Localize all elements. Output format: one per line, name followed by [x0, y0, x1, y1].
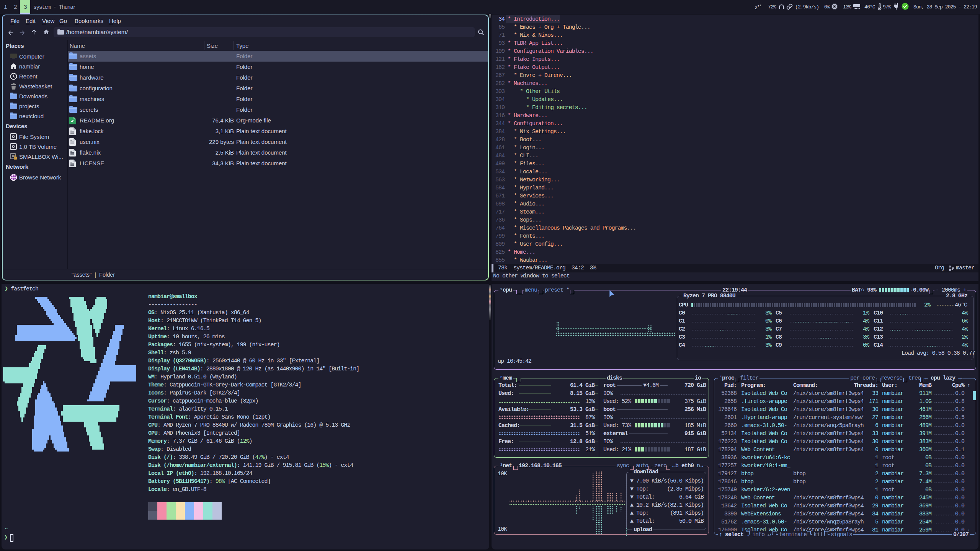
svg-text:z: z: [758, 4, 760, 8]
svg-text:z: z: [760, 4, 761, 7]
svg-text:z: z: [755, 5, 757, 10]
